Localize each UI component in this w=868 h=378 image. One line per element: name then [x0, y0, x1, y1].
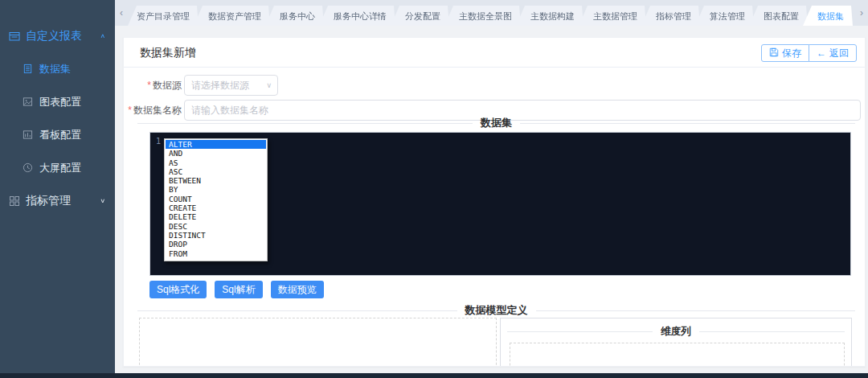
caret-up-icon: ∧ — [100, 33, 105, 39]
autocomplete-item[interactable]: DISTINCT — [166, 231, 266, 240]
sidebar-item-chart-config[interactable]: 图表配置 — [0, 85, 115, 118]
tab-algorithm-management[interactable]: 算法管理 — [695, 6, 754, 26]
sidebar-item-custom-reports[interactable]: 自定义报表 ∧ — [0, 19, 115, 52]
autocomplete-item[interactable]: AS — [166, 158, 266, 167]
chevron-down-icon: ∨ — [266, 76, 272, 95]
sidebar-item-label: 数据集 — [39, 62, 71, 76]
back-arrow-icon: ← — [817, 47, 826, 59]
document-icon — [22, 63, 34, 75]
dataset-section-title: 数据集 — [481, 116, 512, 130]
datasource-placeholder: 请选择数据源 — [191, 76, 249, 95]
tab-dataset[interactable]: 数据集 — [803, 6, 853, 26]
autocomplete-item[interactable]: ALTER — [166, 140, 266, 149]
tabbar: ‹ 资产目录管理 数据资产管理 服务中心 服务中心详情 分发配置 主数据全景图 … — [115, 0, 868, 26]
header-button-group: 保存 ← 返回 — [761, 44, 857, 62]
sidebar-item-label: 指标管理 — [26, 194, 71, 208]
sidebar-item-screen-config[interactable]: 大屏配置 — [0, 151, 115, 184]
autocomplete-item[interactable]: DESC — [166, 222, 266, 231]
tab-asset-catalog[interactable]: 资产目录管理 — [128, 6, 199, 26]
autocomplete-item[interactable]: ASC — [166, 167, 266, 176]
sidebar: 自定义报表 ∧ 数据集 图表配置 看板配置 — [0, 0, 115, 378]
sidebar-item-indicator-management[interactable]: 指标管理 ∨ — [0, 184, 115, 217]
autocomplete-item[interactable]: CREATE — [166, 203, 266, 212]
tab-master-data-build[interactable]: 主数据构建 — [516, 6, 583, 26]
tab-data-asset[interactable]: 数据资产管理 — [194, 6, 270, 26]
datasource-label: *数据源 — [124, 75, 182, 96]
tab-list: 资产目录管理 数据资产管理 服务中心 服务中心详情 分发配置 主数据全景图 主数… — [128, 0, 868, 26]
clock-icon — [22, 162, 34, 174]
save-icon — [769, 47, 779, 60]
model-section-title: 数据模型定义 — [465, 303, 528, 318]
tab-master-data-panorama[interactable]: 主数据全景图 — [444, 6, 521, 26]
bottom-edge-bar — [0, 373, 868, 378]
sidebar-item-label: 图表配置 — [39, 95, 81, 109]
sidebar-menu: 自定义报表 ∧ 数据集 图表配置 看板配置 — [0, 0, 115, 217]
dimension-panel-title: 维度列 — [661, 325, 691, 339]
editor-line-number: 1 — [150, 137, 161, 146]
sidebar-item-label: 自定义报表 — [26, 29, 82, 43]
datasource-select[interactable]: 请选择数据源 ∨ — [184, 75, 278, 96]
dataset-section-divider: 数据集 — [137, 116, 855, 130]
dataset-add-card: 数据集新增 保存 ← 返回 *数据源 请选择数据源 ∨ *数据集名称 — [123, 37, 866, 367]
caret-down-icon: ∨ — [100, 198, 105, 204]
sidebar-item-label: 看板配置 — [39, 128, 81, 142]
chart-image-icon — [22, 96, 34, 108]
editor-action-buttons: Sql格式化 Sql解析 数据预览 — [149, 281, 324, 298]
required-mark: * — [128, 105, 132, 116]
model-section-divider: 数据模型定义 — [137, 303, 855, 318]
page-title: 数据集新增 — [140, 38, 196, 68]
autocomplete-item[interactable]: BY — [166, 185, 266, 194]
sql-format-button[interactable]: Sql格式化 — [149, 281, 207, 298]
sql-autocomplete-dropdown: ALTER AND AS ASC BETWEEN BY COUNT CREATE… — [164, 138, 268, 261]
autocomplete-item[interactable]: FROM — [166, 249, 266, 258]
sidebar-item-board-config[interactable]: 看板配置 — [0, 118, 115, 151]
app-root: 自定义报表 ∧ 数据集 图表配置 看板配置 — [0, 0, 868, 378]
tab-service-center[interactable]: 服务中心 — [265, 6, 324, 26]
bar-chart-icon — [22, 129, 34, 141]
tab-chart-config[interactable]: 图表配置 — [749, 6, 808, 26]
dimension-divider: 维度列 — [507, 325, 845, 338]
autocomplete-item[interactable]: COUNT — [166, 195, 266, 203]
tab-master-data-management[interactable]: 主数据管理 — [579, 6, 646, 26]
tab-distribution-config[interactable]: 分发配置 — [391, 6, 449, 26]
data-preview-button[interactable]: 数据预览 — [271, 281, 324, 298]
required-mark: * — [147, 80, 151, 91]
dimension-panel: 维度列 — [500, 318, 852, 367]
report-icon — [8, 30, 20, 42]
tabs-scroll-left-icon[interactable]: ‹ — [115, 0, 128, 26]
sql-parse-button[interactable]: Sql解析 — [215, 281, 262, 298]
card-header: 数据集新增 保存 ← 返回 — [124, 38, 865, 68]
tab-indicator-management[interactable]: 指标管理 — [641, 6, 700, 26]
tabs-scroll-right-icon[interactable]: › — [855, 0, 868, 26]
autocomplete-item[interactable]: DROP — [166, 240, 266, 249]
sidebar-item-dataset[interactable]: 数据集 — [0, 52, 115, 85]
save-button[interactable]: 保存 — [761, 44, 809, 62]
autocomplete-item[interactable]: DELETE — [166, 212, 266, 221]
dimension-drop-zone[interactable] — [510, 343, 845, 367]
tab-service-center-detail[interactable]: 服务中心详情 — [319, 6, 395, 26]
field-drop-zone[interactable] — [139, 318, 497, 367]
sidebar-item-label: 大屏配置 — [39, 161, 81, 175]
autocomplete-item[interactable]: AND — [166, 149, 266, 158]
autocomplete-item[interactable]: BETWEEN — [166, 176, 266, 185]
sql-editor[interactable]: 1 ALTER AND AS ASC BETWEEN BY COUNT CREA… — [149, 132, 851, 276]
back-button[interactable]: ← 返回 — [809, 44, 857, 62]
grid-icon — [8, 195, 20, 207]
